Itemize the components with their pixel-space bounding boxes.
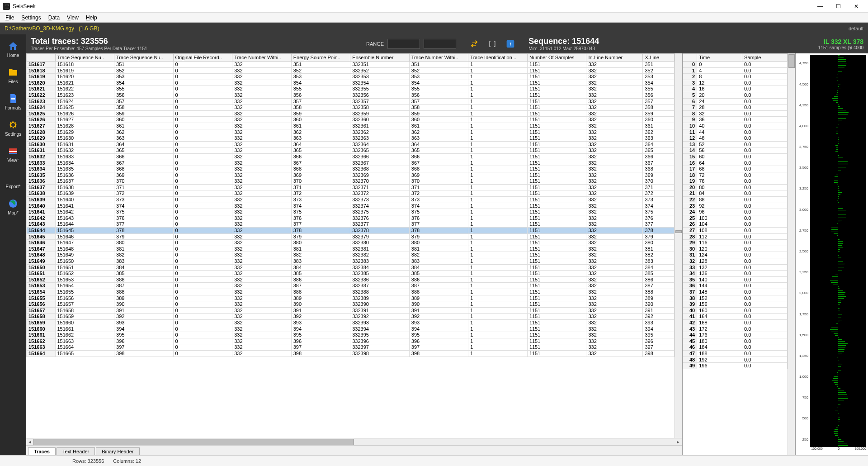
sidebar-map[interactable]: Map* [2,195,24,219]
table-row[interactable]: 11440.0 [683,129,788,135]
table-row[interactable]: 321280.0 [683,258,788,265]
menu-data[interactable]: Data [45,14,63,22]
maximize-button[interactable]: ☐ [829,0,847,13]
sidebar-files[interactable]: Files [2,63,24,88]
table-row[interactable]: 471880.0 [683,350,788,357]
table-row[interactable]: 1516431516443770332377332377377111513323… [27,221,675,228]
table-row[interactable]: 1516271516283610332361332361361111513323… [27,123,675,129]
trace-col-header[interactable]: Ensemble Number [350,54,410,62]
table-row[interactable]: 461840.0 [683,344,788,351]
table-row[interactable]: 000.0 [683,62,788,68]
sidebar-settings[interactable]: Settings [2,116,24,140]
table-row[interactable]: 401600.0 [683,307,788,314]
swap-icon[interactable] [468,38,481,50]
table-row[interactable]: 1516251516263590332359332359359111513323… [27,110,675,117]
trace-col-header[interactable]: Trace Sequence Nu.. [55,54,114,62]
trace-vscrollbar[interactable] [675,53,682,438]
table-row[interactable]: 1516391516403730332373332373373111513323… [27,197,675,203]
table-row[interactable]: 1516341516353680332368332368368111513323… [27,166,675,172]
table-row[interactable]: 1516611516623950332395332395395111513323… [27,332,675,338]
close-button[interactable]: ✕ [847,0,865,13]
table-row[interactable]: 1516581516593920332392332392392111513323… [27,314,675,320]
trace-col-header[interactable]: In-Line Number [586,54,643,62]
table-row[interactable]: 1516621516633960332396332396396111513323… [27,338,675,344]
trace-col-header[interactable]: Number Of Samples [527,54,586,62]
trace-col-header[interactable]: Trace Number Withi.. [232,54,292,62]
table-row[interactable]: 3120.0 [683,80,788,86]
table-row[interactable]: 1516401516413740332374332374374111513323… [27,203,675,209]
table-row[interactable]: 1516311516323650332365332365365111513323… [27,147,675,154]
table-row[interactable]: 12480.0 [683,135,788,142]
tab-text-header[interactable]: Text Header [57,447,95,455]
table-row[interactable]: 1516411516423750332375332375375111513323… [27,209,675,215]
table-row[interactable]: 1516641516653980332398332398398111513323… [27,350,675,357]
table-row[interactable]: 1516591516603930332393332393393111513323… [27,319,675,326]
sidebar-home[interactable]: Home [2,37,24,62]
table-row[interactable]: 1516451516463790332379332379379111513323… [27,233,675,240]
sample-vscrollbar[interactable] [788,53,795,455]
table-row[interactable]: 17680.0 [683,166,788,172]
table-row[interactable]: 261040.0 [683,221,788,228]
range-to-input[interactable] [424,39,456,49]
table-row[interactable]: 371480.0 [683,289,788,295]
trace-col-header[interactable]: X-Line [643,54,675,62]
trace-hscrollbar[interactable]: ◄ ► [26,438,682,445]
table-row[interactable]: 9360.0 [683,117,788,123]
table-row[interactable]: 251000.0 [683,215,788,221]
table-row[interactable]: 16640.0 [683,160,788,166]
waveform-plot[interactable]: 4,7504,5004,2504,0003,7503,5003,2503,000… [810,55,866,447]
table-row[interactable]: 381520.0 [683,295,788,301]
table-row[interactable]: 280.0 [683,74,788,80]
info-icon[interactable]: i [504,38,517,50]
table-row[interactable]: 391560.0 [683,301,788,308]
table-row[interactable]: 421680.0 [683,319,788,326]
table-row[interactable]: 431720.0 [683,326,788,332]
table-row[interactable]: 1516171516183510332351332351351111513323… [27,62,675,68]
table-row[interactable]: 1516561516573900332390332390390111513323… [27,301,675,308]
table-row[interactable]: 1516421516433760332376332376376111513323… [27,215,675,221]
table-row[interactable]: 1516491516503830332383332383383111513323… [27,258,675,265]
table-row[interactable]: 1516551516563890332389332389389111513323… [27,295,675,301]
table-row[interactable]: 10400.0 [683,123,788,129]
table-row[interactable]: 1516571516583910332391332391391111513323… [27,307,675,314]
table-row[interactable]: 1516191516203530332353332353353111513323… [27,74,675,80]
minimize-button[interactable]: — [811,0,829,13]
table-row[interactable]: 1516511516523850332385332385385111513323… [27,271,675,277]
table-row[interactable]: 1516301516313640332364332364364111513323… [27,141,675,147]
table-row[interactable]: 23920.0 [683,203,788,209]
table-row[interactable]: 15600.0 [683,153,788,160]
sample-col-header[interactable]: Time [697,54,742,62]
table-row[interactable]: 271080.0 [683,228,788,234]
table-row[interactable]: 1516471516483810332381332381381111513323… [27,246,675,252]
table-row[interactable]: 1516501516513840332384332384384111513323… [27,264,675,271]
table-row[interactable]: 1516371516383710332371332371371111513323… [27,184,675,190]
table-row[interactable]: 491960.0 [683,363,788,369]
sidebar-formats[interactable]: Formats [2,90,24,114]
table-row[interactable]: 441760.0 [683,332,788,338]
table-row[interactable]: 1516531516543870332387332387387111513323… [27,283,675,289]
table-row[interactable]: 14560.0 [683,147,788,154]
table-row[interactable]: 1516631516643970332397332397397111513323… [27,344,675,351]
range-from-input[interactable] [387,39,420,49]
table-row[interactable]: 351400.0 [683,276,788,283]
table-row[interactable]: 19760.0 [683,178,788,185]
table-row[interactable]: 24960.0 [683,209,788,215]
table-row[interactable]: 5200.0 [683,92,788,98]
table-row[interactable]: 1516521516533860332386332386386111513323… [27,276,675,283]
table-row[interactable]: 8320.0 [683,110,788,117]
table-row[interactable]: 1516381516393720332372332372372111513323… [27,190,675,197]
sidebar-export[interactable]: Export* [2,168,24,193]
sidebar-view[interactable]: View* [2,142,24,166]
trace-table[interactable]: Trace Sequence Nu..Trace Sequence Nu..Or… [26,53,675,438]
trace-col-header[interactable]: Original File Record.. [173,54,232,62]
table-row[interactable]: 1516281516293620332362332362362111513323… [27,129,675,135]
table-row[interactable]: 1516181516193520332352332352352111513323… [27,67,675,74]
table-row[interactable]: 1516351516363690332369332369369111513323… [27,172,675,178]
table-row[interactable]: 1516241516253580332358332358358111513323… [27,105,675,111]
table-row[interactable]: 21840.0 [683,190,788,197]
menu-settings[interactable]: Settings [18,14,44,22]
table-row[interactable]: 1516261516273600332360332360360111513323… [27,117,675,123]
menu-file[interactable]: File [2,14,18,22]
table-row[interactable]: 22880.0 [683,197,788,203]
brackets-icon[interactable] [486,38,499,50]
